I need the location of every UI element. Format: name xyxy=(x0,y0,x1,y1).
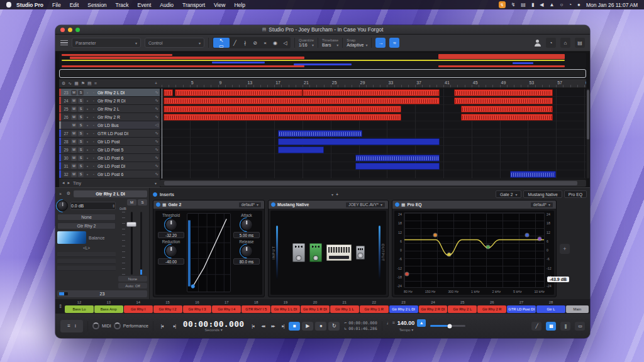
track-row[interactable]: 32MS●▪Gtr LD Post 6∿ xyxy=(59,170,160,178)
track-row[interactable]: MS●▪Gtr LD Bus◁ xyxy=(59,121,160,129)
audio-clip[interactable] xyxy=(278,130,362,137)
marker-next-button[interactable]: ▸| xyxy=(170,322,179,330)
eq-band-handle[interactable] xyxy=(526,234,529,237)
track-tab[interactable]: 23Gtr Rhy 2 L DI xyxy=(389,300,418,313)
track-arm-button[interactable]: ● xyxy=(85,173,90,176)
loop-button[interactable]: ↻ xyxy=(328,322,340,331)
browser-button[interactable]: ▤ xyxy=(575,38,585,48)
quantize-control[interactable]: Quantize 1/16▾ xyxy=(299,38,314,48)
browser-folder-button[interactable]: ▭ xyxy=(575,322,585,331)
track-tab[interactable]: 12Bass Lo xyxy=(65,300,94,313)
time-unit[interactable]: Seconds xyxy=(205,328,219,332)
track-solo-button[interactable]: S xyxy=(78,147,84,153)
track-arm-button[interactable]: ● xyxy=(85,107,90,111)
search-icon[interactable]: ○ xyxy=(560,2,563,8)
reduction-value[interactable]: -40.00 xyxy=(158,258,184,265)
track-arm-button[interactable]: ● xyxy=(85,148,90,151)
status-app-badge[interactable]: ↯ xyxy=(499,1,506,8)
user-switch-icon[interactable]: ● xyxy=(577,2,580,8)
pedal-gray[interactable] xyxy=(292,243,305,262)
battery-icon[interactable]: ▮ xyxy=(531,2,534,8)
attack-value[interactable]: 5.00 ms xyxy=(233,232,260,238)
volume-icon[interactable]: ◀ xyxy=(540,2,543,8)
track-row[interactable]: 31MS●▪Gtr LD Post DI∿ xyxy=(59,162,160,170)
audio-clip[interactable] xyxy=(461,106,553,112)
track-tab[interactable]: 13Bass Amp xyxy=(94,300,123,313)
toolbar-menu-icon[interactable] xyxy=(60,40,68,46)
eq-graph[interactable] xyxy=(404,212,545,288)
menubar-clock[interactable]: Mon Jan 26 11:07 AM xyxy=(586,2,638,8)
input-select-button[interactable]: None xyxy=(57,214,116,221)
vertical-scrollbar[interactable] xyxy=(587,89,589,178)
track-mute-button[interactable]: M xyxy=(71,90,77,96)
track-monitor-button[interactable]: ▪ xyxy=(91,140,96,143)
time-display[interactable]: 00:00:00.000 Seconds ▾ xyxy=(183,320,245,332)
track-solo-button[interactable]: S xyxy=(78,123,84,128)
track-solo-button[interactable]: S xyxy=(78,131,84,136)
track-mute-button[interactable]: M xyxy=(71,131,77,136)
track-tab[interactable]: 21Gtr Rhy 1 L xyxy=(330,300,359,313)
track-arm-button[interactable]: ● xyxy=(85,132,90,135)
menubar-item-track[interactable]: Track xyxy=(111,2,133,8)
wrench-icon[interactable]: ⚙ xyxy=(62,81,65,86)
release-knob[interactable] xyxy=(241,245,253,257)
overview-range-box[interactable] xyxy=(59,69,586,78)
capture-icon[interactable]: ↯ xyxy=(511,2,516,8)
track-solo-button[interactable]: S xyxy=(78,163,84,169)
control-center-icon[interactable]: ◔ xyxy=(569,2,572,8)
track-mute-button[interactable]: M xyxy=(71,106,77,112)
overview-strip[interactable] xyxy=(59,53,586,68)
gain-display[interactable]: 0.0 dB ⇕ xyxy=(70,202,116,210)
track-mute-button[interactable]: M xyxy=(71,114,77,120)
plugin-power-icon[interactable] xyxy=(395,202,399,207)
rack-tab-gate[interactable]: Gate 2▾ xyxy=(496,190,521,198)
track-solo-button[interactable]: S xyxy=(78,90,84,96)
track-monitor-button[interactable]: ▪ xyxy=(91,132,96,135)
window-titlebar[interactable]: ▤ Studio Pro - Joey Burcham - In Case Yo… xyxy=(55,25,590,35)
track-row[interactable]: 23MS●▪Gtr Rhy 2 L DI∿ xyxy=(59,89,160,97)
track-solo-button[interactable]: S xyxy=(78,139,84,145)
track-mute-button[interactable]: M xyxy=(71,155,77,161)
minimize-window-button[interactable] xyxy=(68,28,72,32)
edit-mode-button[interactable]: ╱ xyxy=(531,322,541,331)
threshold-knob[interactable] xyxy=(165,219,177,231)
audio-clip[interactable] xyxy=(303,89,440,96)
rack-tab-proeq[interactable]: Pro EQ xyxy=(564,190,587,198)
track-arm-button[interactable]: ● xyxy=(85,140,90,143)
track-tab[interactable]: 19Gtr Rhy 1 L DI xyxy=(271,300,300,313)
erase-tool-button[interactable]: ⊘ xyxy=(250,38,260,48)
track-monitor-button[interactable]: ▪ xyxy=(91,124,96,127)
eq-band-handle[interactable] xyxy=(538,238,541,241)
track-solo-button[interactable]: S xyxy=(78,155,84,161)
snap-control[interactable]: Snap Adaptive▾ xyxy=(347,38,367,48)
fader-cap[interactable] xyxy=(126,222,136,227)
metronome-volume-slider[interactable] xyxy=(430,325,465,327)
pan-knob[interactable] xyxy=(57,200,68,211)
track-monitor-button[interactable]: ▪ xyxy=(91,99,96,102)
grid-icon[interactable]: ▦ xyxy=(401,202,405,207)
wave-view-button[interactable]: ≈ xyxy=(389,38,399,48)
track-monitor-button[interactable]: ▪ xyxy=(91,156,96,160)
shrink-tracks-button[interactable]: ◂ xyxy=(62,180,65,185)
menubar-app-name[interactable]: Studio Pro xyxy=(16,2,48,8)
horizontal-scrollbar[interactable] xyxy=(160,180,586,187)
audio-clip[interactable] xyxy=(164,97,440,104)
pedal-small[interactable] xyxy=(356,246,365,260)
audio-clip[interactable] xyxy=(510,171,556,178)
menu-icon[interactable]: ≡ xyxy=(94,81,97,85)
track-mute-button[interactable]: M xyxy=(71,163,77,169)
track-arm-button[interactable]: ● xyxy=(85,99,90,102)
track-mute-button[interactable]: M xyxy=(71,123,77,128)
track-tab[interactable]: 14Gtr Rhy I xyxy=(124,300,153,313)
wifi-icon[interactable]: ▲ xyxy=(549,2,554,8)
track-arm-button[interactable]: ● xyxy=(85,124,90,127)
track-arm-button[interactable]: ● xyxy=(85,165,90,168)
track-arm-button[interactable]: ● xyxy=(85,91,90,94)
track-mute-button[interactable]: M xyxy=(71,172,77,177)
threshold-value[interactable]: -32.20 xyxy=(158,232,184,238)
eq-band-handle[interactable] xyxy=(448,253,451,256)
grid-icon[interactable]: ▦ xyxy=(162,202,166,207)
tempo-value[interactable]: 140.00 xyxy=(397,320,415,326)
audio-clip[interactable] xyxy=(278,146,324,153)
apple-menu-icon[interactable] xyxy=(6,2,11,8)
